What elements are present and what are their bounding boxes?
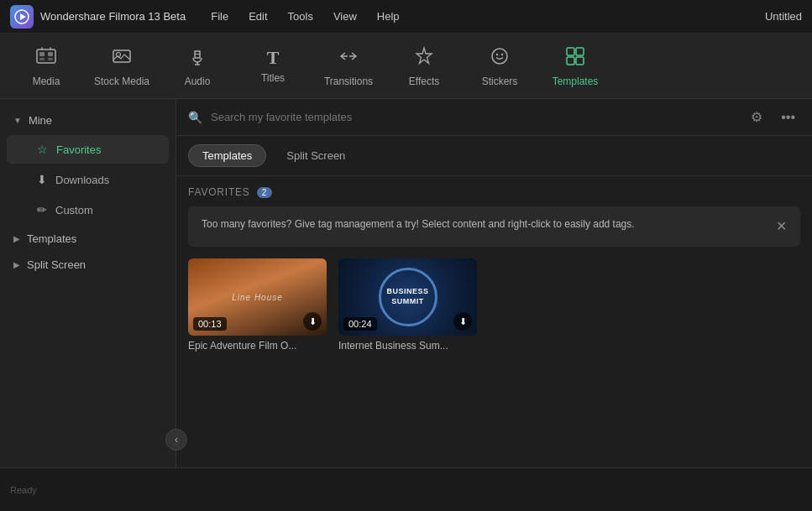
sidebar-templates-label: Templates <box>27 232 76 245</box>
template-thumb-epic: 00:13 ⬇ <box>188 258 327 336</box>
favorites-icon: ☆ <box>37 143 48 156</box>
filter-icon[interactable]: ⚙ <box>746 107 767 127</box>
bottombar: Ready <box>0 467 812 511</box>
bottombar-status: Ready <box>10 485 37 495</box>
app-logo-icon <box>10 5 34 29</box>
toolbar-templates-label: Templates <box>553 76 599 87</box>
toolbar-titles-label: Titles <box>261 72 285 84</box>
template-card-epic[interactable]: 00:13 ⬇ Epic Adventure Film O... <box>188 258 327 352</box>
menu-help[interactable]: Help <box>369 7 408 26</box>
toolbar-stickers-label: Stickers <box>482 76 518 87</box>
template-card-business[interactable]: BUSINESSSUMMIT 00:24 ⬇ Internet Business… <box>338 258 477 352</box>
sidebar-item-custom[interactable]: ✏ Custom <box>7 196 169 224</box>
favorites-count-badge: 2 <box>257 187 272 198</box>
titlebar: Wondershare Filmora 13 Beta File Edit To… <box>0 0 812 34</box>
sidebar-splitscreen-header[interactable]: ▶ Split Screen <box>0 252 175 278</box>
sidebar-collapse-button[interactable]: ‹ <box>165 429 187 451</box>
business-duration-badge: 00:24 <box>343 317 377 331</box>
sidebar-mine-label: Mine <box>29 114 52 127</box>
toolbar-titles[interactable]: T Titles <box>235 37 311 96</box>
svg-marker-1 <box>20 13 26 20</box>
templates-arrow-icon: ▶ <box>13 234 20 243</box>
splitscreen-arrow-icon: ▶ <box>13 260 20 269</box>
business-download-icon[interactable]: ⬇ <box>453 312 472 331</box>
svg-point-8 <box>117 52 121 56</box>
media-icon <box>35 45 57 70</box>
sidebar-favorites-label: Favorites <box>56 143 101 156</box>
custom-icon: ✏ <box>37 203 47 216</box>
svg-rect-6 <box>48 58 53 60</box>
sidebar-templates-header[interactable]: ▶ Templates <box>0 226 175 252</box>
svg-rect-4 <box>48 52 53 56</box>
content-panel: 🔍 ⚙ ••• Templates Split Screen FAVORITES… <box>176 99 812 467</box>
menu-edit[interactable]: Edit <box>240 7 275 26</box>
toolbar-media[interactable]: Media <box>8 37 84 96</box>
epic-template-name: Epic Adventure Film O... <box>188 340 327 352</box>
toolbar-effects-label: Effects <box>409 76 439 87</box>
toolbar: Media Stock Media Audio T Titles <box>0 34 812 99</box>
toolbar-audio[interactable]: Audio <box>160 37 235 96</box>
app-logo: Wondershare Filmora 13 Beta <box>10 5 186 29</box>
business-circle-logo: BUSINESSSUMMIT <box>379 268 437 326</box>
toolbar-transitions[interactable]: Transitions <box>311 37 386 96</box>
sidebar: ▼ Mine ☆ Favorites ⬇ Downloads ✏ Custom … <box>0 99 176 467</box>
audio-icon <box>186 45 208 70</box>
templates-icon <box>564 45 586 70</box>
menu-bar: File Edit Tools View Help <box>202 7 765 26</box>
epic-duration-badge: 00:13 <box>193 317 227 331</box>
favorites-title-text: FAVORITES <box>188 186 250 198</box>
info-box: Too many favorites? Give tag management … <box>188 206 800 247</box>
mine-arrow-icon: ▼ <box>13 116 22 125</box>
menu-tools[interactable]: Tools <box>280 7 322 26</box>
menu-view[interactable]: View <box>325 7 365 26</box>
stickers-icon <box>489 45 511 70</box>
svg-rect-16 <box>576 48 584 55</box>
toolbar-effects[interactable]: Effects <box>386 37 462 96</box>
svg-rect-18 <box>576 57 584 65</box>
favorites-title: FAVORITES 2 <box>188 186 800 198</box>
sidebar-item-favorites[interactable]: ☆ Favorites <box>7 135 169 164</box>
svg-rect-2 <box>37 50 55 63</box>
svg-rect-15 <box>567 48 574 55</box>
more-options-icon[interactable]: ••• <box>776 108 800 127</box>
downloads-icon: ⬇ <box>37 173 47 186</box>
epic-download-icon[interactable]: ⬇ <box>303 312 322 331</box>
template-thumb-business: BUSINESSSUMMIT 00:24 ⬇ <box>338 258 477 336</box>
svg-point-14 <box>501 53 503 55</box>
template-grid: 00:13 ⬇ Epic Adventure Film O... BUSINES… <box>188 258 800 352</box>
info-box-text: Too many favorites? Give tag management … <box>202 216 635 232</box>
favorites-section: FAVORITES 2 Too many favorites? Give tag… <box>176 176 812 467</box>
toolbar-stickers[interactable]: Stickers <box>462 37 537 96</box>
svg-point-12 <box>492 49 507 64</box>
tabs-bar: Templates Split Screen <box>176 136 812 176</box>
search-icon: 🔍 <box>188 111 202 124</box>
tab-templates[interactable]: Templates <box>188 144 266 167</box>
toolbar-stock-label: Stock Media <box>94 76 149 87</box>
svg-marker-11 <box>416 48 432 64</box>
tab-split-screen[interactable]: Split Screen <box>273 145 359 166</box>
menu-file[interactable]: File <box>202 7 237 26</box>
svg-rect-5 <box>39 58 45 60</box>
sidebar-custom-label: Custom <box>55 204 93 216</box>
info-box-close-button[interactable]: ✕ <box>776 216 787 237</box>
sidebar-downloads-label: Downloads <box>55 174 109 186</box>
main-area: ▼ Mine ☆ Favorites ⬇ Downloads ✏ Custom … <box>0 99 812 467</box>
collapse-icon: ‹ <box>175 434 178 446</box>
toolbar-templates[interactable]: Templates <box>537 37 613 96</box>
search-bar: 🔍 ⚙ ••• <box>176 99 812 136</box>
titles-icon: T <box>267 49 280 67</box>
toolbar-audio-label: Audio <box>185 76 211 87</box>
toolbar-stock-media[interactable]: Stock Media <box>84 37 160 96</box>
sidebar-item-downloads[interactable]: ⬇ Downloads <box>7 165 169 194</box>
effects-icon <box>413 45 435 70</box>
svg-rect-3 <box>39 52 45 56</box>
sidebar-mine-header[interactable]: ▼ Mine <box>0 107 175 133</box>
svg-point-13 <box>496 53 498 55</box>
stock-media-icon <box>111 45 133 70</box>
toolbar-transitions-label: Transitions <box>324 76 373 87</box>
search-input[interactable] <box>211 111 737 123</box>
app-name-label: Wondershare Filmora 13 Beta <box>40 10 186 23</box>
transitions-icon <box>338 45 359 70</box>
svg-rect-7 <box>113 50 130 62</box>
project-name: Untitled <box>765 10 802 23</box>
